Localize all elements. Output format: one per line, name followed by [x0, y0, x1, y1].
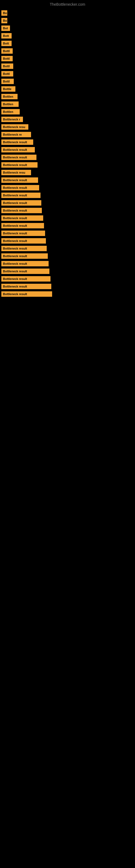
bottleneck-label[interactable]: Bottleneck result: [1, 193, 41, 198]
bottleneck-label[interactable]: Bottlen: [1, 94, 17, 99]
bottleneck-label[interactable]: Bottleneck result: [1, 230, 45, 236]
bottleneck-label[interactable]: Bottleneck re: [1, 132, 31, 137]
bottleneck-label[interactable]: Bottlen: [1, 109, 20, 115]
list-item: Bottleneck result: [1, 276, 134, 282]
list-item: Bottleneck result: [1, 185, 134, 190]
list-item: Bottl: [1, 48, 134, 54]
bottleneck-label[interactable]: Bottl: [1, 79, 14, 84]
items-container: BoBoBotBottBottBottlBottlBottlBottlBottl…: [0, 8, 135, 302]
list-item: Bottleneck result: [1, 215, 134, 221]
bottleneck-label[interactable]: Bottleneck result: [1, 291, 52, 297]
bottleneck-label[interactable]: Bottleneck result: [1, 200, 41, 206]
bottleneck-label[interactable]: Bottleneck result: [1, 162, 38, 167]
bottleneck-label[interactable]: Bottleneck result: [1, 238, 46, 244]
bottleneck-label[interactable]: Bot: [1, 26, 10, 31]
bottleneck-label[interactable]: Bottleneck result: [1, 177, 38, 183]
list-item: Bo: [1, 18, 134, 23]
bottleneck-label[interactable]: Bottl: [1, 48, 13, 54]
list-item: Bo: [1, 10, 134, 16]
bottleneck-label[interactable]: Bottleneck result: [1, 276, 50, 282]
list-item: Bottleneck result: [1, 155, 134, 160]
bottleneck-label[interactable]: Bo: [1, 18, 7, 23]
list-item: Bottleneck result: [1, 246, 134, 251]
list-item: Bottl: [1, 56, 134, 61]
bottleneck-label[interactable]: Bottle: [1, 86, 15, 92]
list-item: Bott: [1, 33, 134, 38]
list-item: Bottlen: [1, 94, 134, 99]
list-item: Bottl: [1, 79, 134, 84]
bottleneck-label[interactable]: Bottleneck result: [1, 223, 44, 228]
bottleneck-label[interactable]: Bottleneck result: [1, 284, 51, 289]
list-item: Bottleneck resu: [1, 124, 134, 130]
list-item: Bottleneck result: [1, 147, 134, 152]
bottleneck-label[interactable]: Bottleneck result: [1, 140, 33, 145]
bottleneck-label[interactable]: Bottleneck resu: [1, 170, 31, 175]
list-item: Bottleneck result: [1, 269, 134, 274]
bottleneck-label[interactable]: Bott: [1, 33, 12, 38]
list-item: Bot: [1, 26, 134, 31]
list-item: Bottleneck result: [1, 261, 134, 267]
bottleneck-label[interactable]: Bottleneck result: [1, 246, 47, 251]
list-item: Bottleneck result: [1, 177, 134, 183]
bottleneck-label[interactable]: Bott: [1, 41, 12, 46]
list-item: Bottleneck result: [1, 208, 134, 213]
bottleneck-label[interactable]: Bottl: [1, 56, 13, 61]
list-item: Bottleneck resu: [1, 170, 134, 175]
bottleneck-label[interactable]: Bo: [1, 10, 7, 16]
list-item: Bottlen: [1, 101, 134, 107]
list-item: Bottl: [1, 71, 134, 76]
list-item: Bottleneck result: [1, 200, 134, 206]
list-item: Bottleneck result: [1, 223, 134, 228]
bottleneck-label[interactable]: Bottleneck result: [1, 147, 35, 152]
list-item: Bottlen: [1, 109, 134, 115]
list-item: Bottleneck result: [1, 193, 134, 198]
bottleneck-label[interactable]: Bottleneck result: [1, 185, 39, 190]
bottleneck-label[interactable]: Bottl: [1, 71, 13, 76]
list-item: Bottleneck result: [1, 140, 134, 145]
list-item: Bottleneck re: [1, 132, 134, 137]
list-item: Bottleneck result: [1, 291, 134, 297]
bottleneck-label[interactable]: Bottleneck result: [1, 261, 49, 267]
bottleneck-label[interactable]: Bottleneck result: [1, 215, 43, 221]
list-item: Bottle: [1, 86, 134, 92]
bottleneck-label[interactable]: Bottlen: [1, 101, 18, 107]
list-item: Bottleneck result: [1, 230, 134, 236]
site-title: TheBottlenecker.com: [0, 0, 135, 8]
bottleneck-label[interactable]: Bottleneck result: [1, 208, 42, 213]
list-item: Bottleneck r: [1, 117, 134, 122]
list-item: Bott: [1, 41, 134, 46]
list-item: Bottleneck result: [1, 284, 134, 289]
list-item: Bottleneck result: [1, 238, 134, 244]
bottleneck-label[interactable]: Bottleneck r: [1, 117, 23, 122]
list-item: Bottleneck result: [1, 253, 134, 259]
list-item: Bottleneck result: [1, 162, 134, 167]
bottleneck-label[interactable]: Bottleneck resu: [1, 124, 28, 130]
bottleneck-label[interactable]: Bottleneck result: [1, 253, 48, 259]
bottleneck-label[interactable]: Bottleneck result: [1, 269, 49, 274]
list-item: Bottl: [1, 63, 134, 69]
bottleneck-label[interactable]: Bottleneck result: [1, 155, 37, 160]
bottleneck-label[interactable]: Bottl: [1, 63, 13, 69]
